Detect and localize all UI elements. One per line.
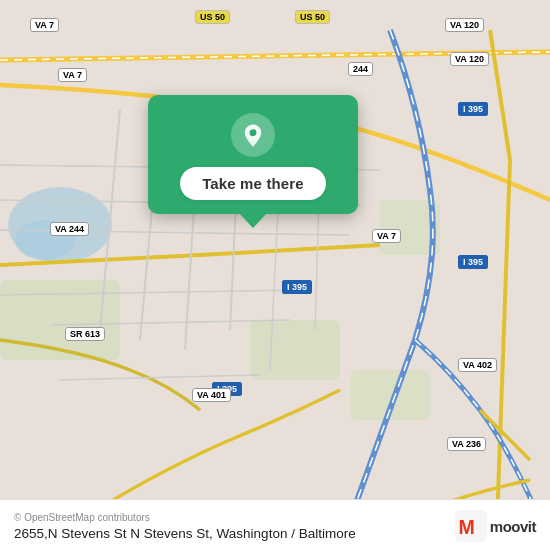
road-badge-sr613: SR 613	[65, 327, 105, 341]
road-badge-va7-m2: VA 7	[372, 229, 401, 243]
map-container: VA 7 US 50 US 50 VA 120 VA 7 244 VA 120 …	[0, 0, 550, 550]
location-popup-card: Take me there	[148, 95, 358, 214]
take-me-there-button[interactable]: Take me there	[180, 167, 326, 200]
moovit-icon: M	[455, 510, 487, 542]
svg-point-22	[250, 129, 257, 136]
road-badge-va120-mr: VA 120	[450, 52, 489, 66]
copyright-text: © OpenStreetMap contributors	[14, 512, 356, 523]
road-badge-va7-ml: VA 7	[58, 68, 87, 82]
svg-rect-3	[250, 320, 340, 380]
map-pin-icon	[239, 121, 267, 149]
location-icon-circle	[231, 113, 275, 157]
map-roads-svg	[0, 0, 550, 550]
road-badge-va7-tl: VA 7	[30, 18, 59, 32]
road-badge-244: 244	[348, 62, 373, 76]
road-badge-i395-r1: I 395	[458, 102, 488, 116]
svg-line-17	[60, 375, 260, 380]
road-badge-va236: VA 236	[447, 437, 486, 451]
svg-text:M: M	[458, 516, 474, 538]
address-text: 2655,N Stevens St N Stevens St, Washingt…	[14, 526, 356, 541]
road-badge-i395-r2: I 395	[458, 255, 488, 269]
bottom-left: © OpenStreetMap contributors 2655,N Stev…	[14, 512, 356, 541]
road-badge-va402: VA 402	[458, 358, 497, 372]
bottom-bar: © OpenStreetMap contributors 2655,N Stev…	[0, 499, 550, 550]
road-badge-va120-tr: VA 120	[445, 18, 484, 32]
moovit-logo: M moovit	[455, 510, 536, 542]
road-badge-va244: VA 244	[50, 222, 89, 236]
road-badge-i395-m1: I 395	[282, 280, 312, 294]
road-badge-us50-tm: US 50	[195, 10, 230, 24]
road-badge-us50-tr: US 50	[295, 10, 330, 24]
road-badge-va401: VA 401	[192, 388, 231, 402]
moovit-label: moovit	[490, 518, 536, 535]
